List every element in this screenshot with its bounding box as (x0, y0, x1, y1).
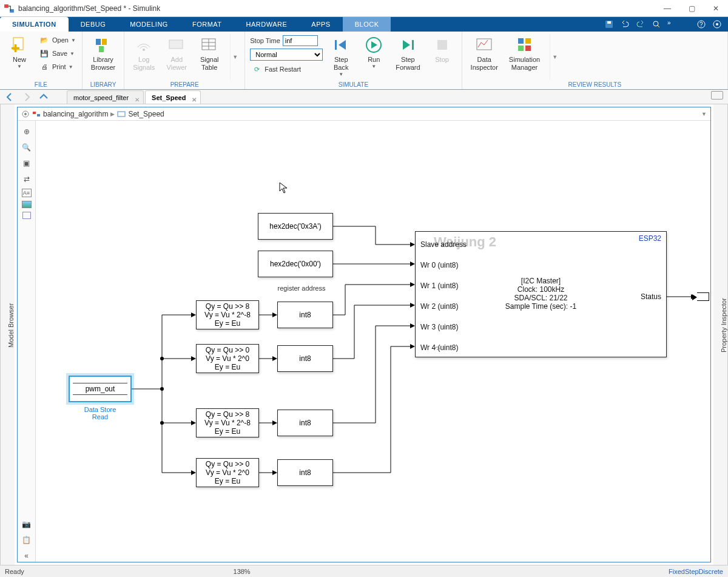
report-icon[interactable]: 📋 (21, 534, 33, 546)
sim-grid-icon (515, 35, 534, 55)
keyboard-icon[interactable] (711, 91, 723, 100)
subsystem-icon (117, 110, 126, 118)
signal-table-button[interactable]: Signal Table (195, 34, 224, 73)
i2c-master-block[interactable]: Waijung 2 ESP32 Slave address Wr 0 (uint… (415, 231, 667, 357)
constant-block-3a[interactable]: hex2dec('0x3A') (258, 213, 333, 240)
sim-manager-button[interactable]: Simulation Manager (505, 34, 544, 73)
gear-icon[interactable] (712, 19, 722, 29)
svg-point-39 (160, 387, 164, 391)
file-tab-set-speed[interactable]: Set_Speed✕ (145, 90, 201, 104)
svg-marker-23 (371, 41, 377, 49)
tab-format[interactable]: FORMAT (180, 17, 234, 32)
status-solver[interactable]: FixedStepDiscrete (669, 568, 723, 575)
nav-back-icon[interactable] (5, 92, 15, 102)
fast-restart-icon: ⟳ (251, 64, 262, 75)
ribbon-group-label: REVIEW RESULTS (467, 80, 723, 89)
file-tab-motor-speed[interactable]: motor_speed_filter✕ (67, 90, 144, 104)
maximize-button[interactable]: ▢ (679, 0, 704, 17)
fit-to-screen-icon[interactable]: ▣ (21, 157, 33, 169)
collapse-icon[interactable]: « (21, 550, 33, 562)
datatype-int8-block-1[interactable]: int8 (277, 302, 333, 328)
new-button[interactable]: ✚ New▼ (5, 34, 34, 70)
more-icon[interactable]: » (667, 19, 677, 29)
screenshot-icon[interactable]: 📷 (21, 518, 33, 530)
stop-time-input[interactable] (283, 35, 318, 46)
svg-marker-43 (191, 420, 196, 425)
library-icon (95, 36, 112, 53)
svg-text:?: ? (699, 21, 703, 28)
extract-bits-block-2[interactable]: Qy = Qu >> 0Vy = Vu * 2^0Ey = Eu (196, 344, 259, 373)
svg-marker-37 (410, 242, 415, 247)
tab-block[interactable]: BLOCK (343, 17, 391, 32)
data-store-read-label: Data Store Read (72, 406, 128, 420)
simulation-mode-select[interactable]: Normal (250, 49, 323, 61)
svg-marker-25 (403, 40, 410, 50)
stop-button[interactable]: Stop (428, 34, 457, 65)
datatype-int8-block-4[interactable]: int8 (277, 459, 333, 486)
minimize-button[interactable]: — (655, 0, 679, 17)
svg-rect-11 (96, 39, 101, 45)
canvas-palette: ⊕ 🔍 ▣ ⇄ A≡ 📷 📋 « (18, 121, 36, 562)
tab-debug[interactable]: DEBUG (69, 17, 118, 32)
ribbon: ✚ New▼ 📂Open▼ 💾Save▼ 🖨Print▼ FILE Librar… (0, 32, 728, 90)
datatype-int8-block-2[interactable]: int8 (277, 345, 333, 372)
svg-marker-52 (410, 323, 415, 328)
library-browser-button[interactable]: Library Browser (87, 34, 119, 73)
fit-view-icon[interactable]: ⊕ (21, 126, 33, 138)
extract-bits-block-3[interactable]: Qy = Qu >> 8Vy = Vu * 2^-8Ey = Eu (196, 408, 259, 437)
area-icon[interactable] (22, 212, 31, 219)
open-button[interactable]: 📂Open▼ (38, 34, 77, 46)
property-inspector-panel[interactable]: Property Inspector (713, 104, 728, 565)
terminator-block[interactable] (697, 292, 709, 301)
datatype-int8-block-3[interactable]: int8 (277, 410, 333, 436)
auto-arrange-icon[interactable]: ⇄ (21, 173, 33, 185)
undo-icon[interactable] (620, 19, 630, 29)
model-browser-panel[interactable]: Model Browser (0, 104, 15, 565)
image-icon[interactable] (22, 201, 32, 208)
breadcrumb-leaf[interactable]: Set_Speed (128, 110, 164, 118)
annotation-icon[interactable]: A≡ (22, 189, 32, 197)
ribbon-group-file: ✚ New▼ 📂Open▼ 💾Save▼ 🖨Print▼ FILE (0, 32, 83, 89)
data-store-read-block[interactable]: pwm_out (69, 376, 132, 402)
svg-marker-21 (339, 40, 346, 50)
canvas[interactable]: hex2dec('0x3A') hex2dec('0x00') register… (36, 121, 710, 562)
tab-apps[interactable]: APPS (299, 17, 342, 32)
link-icon (434, 345, 441, 352)
fast-restart-button[interactable]: ⟳Fast Restart (250, 63, 323, 75)
tab-modeling[interactable]: MODELING (118, 17, 180, 32)
ribbon-group-label: FILE (5, 80, 77, 89)
svg-rect-13 (99, 46, 104, 52)
zoom-in-icon[interactable]: 🔍 (21, 141, 33, 154)
svg-marker-47 (272, 356, 277, 361)
add-viewer-button[interactable]: Add Viewer (162, 34, 191, 73)
svg-rect-24 (412, 40, 414, 50)
print-button[interactable]: 🖨Print▼ (38, 61, 77, 73)
step-forward-button[interactable]: Step Forward (392, 34, 423, 73)
close-button[interactable]: ✕ (704, 0, 728, 17)
search-quick-icon[interactable] (652, 19, 661, 29)
nav-up-icon[interactable] (39, 92, 49, 102)
tab-simulation[interactable]: SIMULATION (0, 17, 69, 32)
data-inspector-button[interactable]: Data Inspector (467, 34, 502, 73)
hierarchy-icon[interactable] (21, 110, 30, 118)
breadcrumb-dropdown[interactable]: ▼ (701, 111, 707, 117)
redo-icon[interactable] (636, 19, 645, 29)
save-button[interactable]: 💾Save▼ (38, 47, 77, 59)
status-zoom[interactable]: 138% (234, 568, 251, 575)
breadcrumb-root[interactable]: balancing_algorithm (43, 110, 108, 118)
prepare-expand-button[interactable]: ▼ (230, 34, 240, 80)
review-expand-button[interactable]: ▼ (550, 34, 559, 80)
nav-forward-icon[interactable] (22, 92, 32, 102)
extract-bits-block-4[interactable]: Qy = Qu >> 0Vy = Vu * 2^0Ey = Eu (196, 458, 259, 487)
extract-bits-block-1[interactable]: Qy = Qu >> 8Vy = Vu * 2^-8Ey = Eu (196, 300, 259, 329)
esp32-label: ESP32 (639, 234, 661, 243)
svg-point-8 (716, 23, 718, 25)
save-quick-icon[interactable] (604, 19, 614, 29)
constant-block-00[interactable]: hex2dec('0x00') (258, 251, 333, 277)
run-button[interactable]: Run▼ (359, 34, 388, 70)
viewer-icon (167, 35, 186, 55)
tab-hardware[interactable]: HARDWARE (234, 17, 300, 32)
log-signals-button[interactable]: Log Signals (129, 34, 158, 73)
step-back-button[interactable]: Step Back▼ (326, 34, 356, 78)
help-icon[interactable]: ? (696, 19, 706, 29)
